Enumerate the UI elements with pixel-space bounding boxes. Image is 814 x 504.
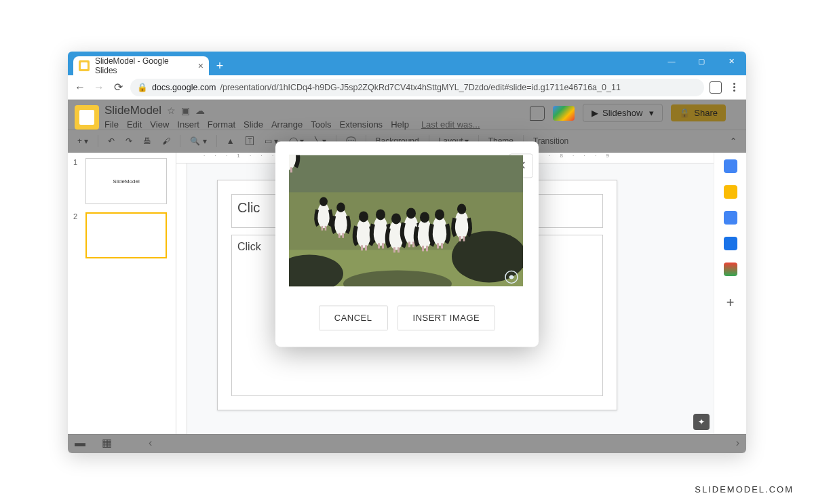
insert-image-dialog: ✕ (275, 141, 539, 347)
url-host: docs.google.com (152, 83, 216, 92)
url-bar-row: ← → ⟳ 🔒 docs.google.com/presentation/d/1… (68, 75, 746, 100)
image-preview (289, 155, 523, 286)
tasks-icon[interactable] (724, 211, 737, 225)
browser-tab[interactable]: SlideModel - Google Slides × (73, 56, 209, 75)
reload-icon[interactable]: ⟳ (111, 81, 125, 94)
thumbnail[interactable]: 1 SlideModel (73, 158, 170, 204)
maps-icon[interactable] (724, 263, 737, 276)
new-tab-button[interactable]: + (212, 58, 228, 74)
thumbnail[interactable]: 2 (73, 212, 170, 258)
svg-point-4 (452, 231, 523, 282)
close-tab-icon[interactable]: × (198, 60, 204, 71)
extension-icon[interactable] (710, 81, 722, 94)
ruler-vertical (176, 163, 187, 434)
titlebar: SlideModel - Google Slides × + — ▢ ✕ (68, 52, 746, 75)
forward-icon[interactable]: → (92, 81, 106, 94)
back-icon[interactable]: ← (73, 81, 87, 94)
cancel-button[interactable]: CANCEL (319, 305, 388, 330)
window-maximize-icon[interactable]: ▢ (686, 52, 716, 71)
lock-icon: 🔒 (137, 82, 148, 92)
explore-icon[interactable]: ✦ (693, 414, 710, 430)
keep-icon[interactable] (724, 185, 737, 199)
insert-image-button[interactable]: INSERT IMAGE (398, 305, 496, 330)
side-panel: + (714, 153, 746, 434)
browser-menu-icon[interactable] (727, 83, 741, 92)
url-path: /presentation/d/1hICDq4-h9DG-J5sp2ZQkRd7… (220, 83, 621, 92)
slides-logo-icon[interactable] (75, 105, 99, 130)
page-watermark: SLIDEMODEL.COM (695, 484, 794, 495)
meet-icon[interactable] (553, 106, 575, 121)
url-field[interactable]: 🔒 docs.google.com/presentation/d/1hICDq4… (130, 79, 704, 96)
window-close-icon[interactable]: ✕ (716, 52, 746, 71)
window-minimize-icon[interactable]: — (657, 52, 686, 71)
thumbnail-panel: 1 SlideModel 2 (68, 153, 176, 434)
slides-favicon-icon (79, 60, 90, 71)
tab-title: SlideModel - Google Slides (95, 56, 193, 75)
calendar-icon[interactable] (724, 159, 737, 173)
contacts-icon[interactable] (724, 237, 737, 250)
svg-rect-9 (290, 167, 292, 172)
add-addon-icon[interactable]: + (726, 295, 735, 311)
browser-window: SlideModel - Google Slides × + — ▢ ✕ ← →… (68, 52, 746, 453)
